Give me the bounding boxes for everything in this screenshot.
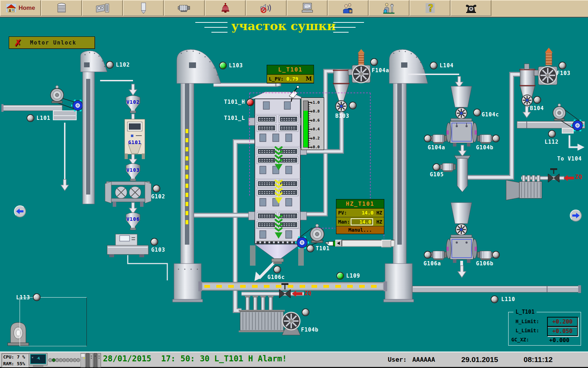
label-l112: L112 [545,139,559,145]
gc-xz-label: GC_XZ: [511,337,529,342]
scale-tick-label: +0.6 [310,118,323,123]
label-v106: V106 [125,216,141,222]
red-x-icon: ✗ [14,38,22,47]
label-b103: B103 [335,113,349,119]
main-belt-conveyor [198,281,387,291]
indicator-g104c [473,109,481,116]
gc-xz-value: +0.000 [549,337,569,343]
indicator-g106a [424,251,432,259]
manual-mode-button[interactable]: Manul... [336,226,384,234]
indicator-g104a [424,135,432,142]
lt101-panel: L_T101 L_PV : 0.79 M [267,65,314,83]
right-bottom-conveyor [412,285,581,293]
title-decor-line [333,32,349,33]
indicator-l113 [33,293,41,301]
title-decor-line [211,32,227,33]
level-scale: +1.0 +0.8 +0.6 +0.4 +0.2 +0.0 [301,97,324,150]
title-decor-line [195,22,227,23]
status-time: 08:11:12 [524,355,553,364]
hz-pv-value: 14.0 [362,210,373,216]
hz-slider [335,240,395,247]
heat-exchanger-mid [239,296,285,332]
label-l110: L110 [501,296,515,302]
h-limit-label: H_Limit: [516,319,539,324]
indicator-t101 [307,245,314,252]
level-bar [303,101,308,148]
hz-pv-unit: HZ [376,210,382,216]
h-limit-value[interactable]: +0.200 [547,317,578,327]
lt101-pv-sep: : [281,76,284,82]
hmi-station-icon: W [29,353,48,368]
indicator-t101-h [246,98,254,106]
lt101-panel-title: L_T101 [267,65,314,75]
slider-thumb[interactable] [382,240,391,247]
label-t101: T101 [316,245,330,252]
indicator-f104a [370,58,378,66]
indicator-b103 [349,102,357,109]
l113-group-box [20,297,87,346]
ram-usage: RAM: 55% [2,360,28,367]
limits-panel-title: L_T101 [513,309,537,315]
indicator-g105 [433,163,440,171]
label-zq-right: ZQ [575,174,582,180]
hz-man-unit: HZ [376,219,382,225]
label-g106b: G106b [476,260,493,267]
fan-f104a [352,49,370,83]
label-g105: G105 [430,171,444,178]
label-g104a: G104a [428,144,445,151]
label-f104b: F104b [301,327,318,333]
indicator-l102 [106,61,114,69]
machine-g102 [105,182,151,207]
machine-g101 [125,119,145,159]
label-g104b: G104b [476,144,493,151]
l-limit-value[interactable]: +0.050 [547,326,578,336]
indicator-b104 [533,96,541,104]
indicator-g104b [492,135,500,142]
hz-t101-panel: HZ_T101 PV: 14.0 HZ Man: HZ Manul... [336,199,384,234]
scale-tick-label: +0.8 [310,109,323,114]
motor-unlock-label: Motor Unlock [30,40,76,46]
title-decor-line [204,27,227,28]
indicator-l110 [491,295,498,303]
label-g104c: G104c [482,111,499,118]
label-v102: V102 [125,99,141,105]
indicator-g106b [492,251,500,259]
hz-man-input[interactable] [351,218,373,225]
status-led [76,358,80,362]
scale-tick-label: +1.0 [310,100,323,105]
machine-g103 [107,234,148,257]
prev-screen-button[interactable] [14,205,26,217]
status-datetime: 28/01/2015 17: 50: 30 [103,354,210,363]
system-load-box: CPU: 7 % RAM: 55% [1,353,29,367]
label-l109: L109 [346,273,360,279]
indicator-l104 [430,62,438,69]
hz-panel-title: HZ_T101 [336,199,384,209]
label-v103: V103 [125,167,141,173]
limits-panel: L_T101 H_Limit: +0.200 L_Limit: +0.050 G… [508,312,581,346]
scale-ticks [308,100,312,149]
label-g106a: G106a [424,260,441,267]
indicator-g103 [150,238,158,246]
motor-unlock-button[interactable]: ✗ Motor Unlock [9,36,95,49]
screw-conveyor-g105 [440,156,470,192]
fan-f104b [282,312,300,335]
label-t101-h: T101_H [224,99,245,105]
label-zq-mid: ZQ [304,290,312,297]
label-f103: F103 [556,70,570,76]
label-l113: L113 [16,294,30,301]
page-title: участок сушки [224,19,343,33]
user-label: User: [388,356,407,363]
label-g106c: G106c [267,274,285,280]
status-date: 29.01.2015 [461,355,498,364]
fan-f103 [538,48,557,85]
slider-track[interactable] [342,240,395,247]
scale-tick-label: +0.2 [310,136,323,141]
indicator-f104b [302,308,309,316]
indicator-l103 [219,62,227,69]
right-arrow-icon [572,213,580,218]
process-diagram [0,0,588,368]
left-arrow-icon [16,209,24,214]
next-screen-button[interactable] [570,210,582,222]
slider-left-button[interactable] [335,240,342,247]
scada-screen: Home [0,0,588,368]
